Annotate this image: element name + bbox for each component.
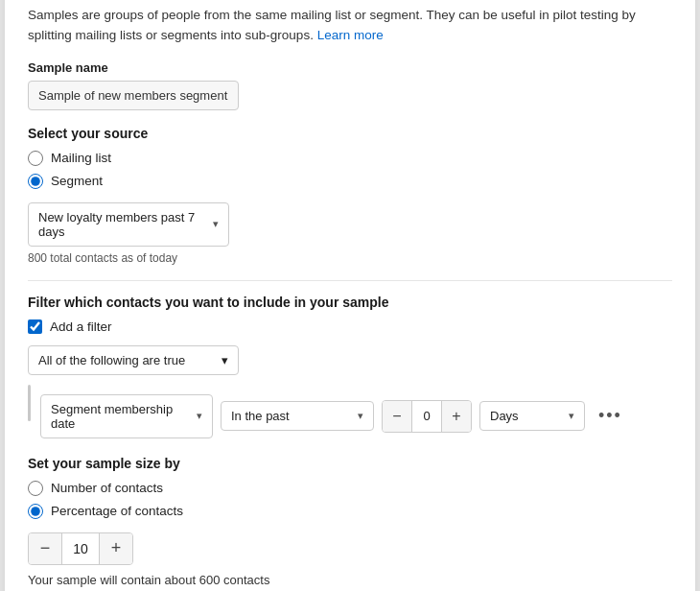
membership-date-chevron-icon: ▾: [197, 410, 202, 422]
all-filter-label: All of the following are true: [38, 353, 185, 367]
mailing-list-radio[interactable]: [28, 151, 43, 166]
modal-body: Samples are groups of people from the sa…: [5, 0, 695, 591]
segment-label: Segment: [51, 174, 103, 188]
mailing-list-option[interactable]: Mailing list: [28, 151, 672, 166]
segment-dropdown-value: New loyalty members past 7 days: [38, 210, 213, 239]
sample-size-title: Set your sample size by: [28, 456, 672, 471]
source-radio-group: Mailing list Segment: [28, 151, 672, 189]
segment-dropdown[interactable]: New loyalty members past 7 days ▾: [28, 202, 229, 247]
modal: Create a sample ✕ Samples are groups of …: [5, 0, 695, 591]
in-the-past-chevron-icon: ▾: [358, 410, 363, 422]
percentage-option[interactable]: Percentage of contacts: [28, 504, 672, 519]
filter-decrement-button[interactable]: −: [383, 401, 411, 432]
number-radio[interactable]: [28, 481, 43, 496]
add-filter-label[interactable]: Add a filter: [28, 319, 672, 334]
modal-overlay: Create a sample ✕ Samples are groups of …: [0, 0, 700, 591]
all-filter-chevron-icon: ▾: [222, 353, 228, 367]
mailing-list-label: Mailing list: [51, 151, 111, 165]
percentage-radio[interactable]: [28, 504, 43, 519]
days-dropdown[interactable]: Days ▾: [479, 401, 585, 431]
segment-radio[interactable]: [28, 174, 43, 189]
filter-number-control: − 0 +: [382, 400, 472, 433]
all-filter-dropdown[interactable]: All of the following are true ▾: [28, 345, 239, 375]
filter-block: Segment membership date ▾ In the past ▾ …: [28, 385, 672, 438]
source-group: Select your source Mailing list Segment …: [28, 126, 672, 265]
sample-name-group: Sample name: [28, 60, 672, 110]
sample-result-text: Your sample will contain about 600 conta…: [28, 573, 672, 587]
sample-size-increment-button[interactable]: +: [100, 533, 132, 564]
filter-increment-button[interactable]: +: [442, 401, 471, 432]
days-chevron-icon: ▾: [569, 410, 574, 422]
filter-row: Segment membership date ▾ In the past ▾ …: [40, 394, 628, 438]
indent-bar: [28, 385, 31, 421]
sample-size-decrement-button[interactable]: −: [29, 533, 61, 564]
in-the-past-label: In the past: [231, 409, 290, 423]
segment-option[interactable]: Segment: [28, 174, 672, 189]
more-options-button[interactable]: •••: [593, 402, 628, 430]
sample-name-label: Sample name: [28, 60, 672, 75]
learn-more-link[interactable]: Learn more: [317, 28, 384, 42]
divider: [28, 280, 672, 281]
days-label: Days: [490, 409, 519, 423]
membership-date-dropdown[interactable]: Segment membership date ▾: [40, 394, 213, 438]
sample-size-number-control: − 10 +: [28, 532, 133, 565]
sample-size-value: 10: [61, 533, 100, 564]
source-section-title: Select your source: [28, 126, 672, 141]
contacts-count: 800 total contacts as of today: [28, 251, 672, 265]
add-filter-checkbox[interactable]: [28, 319, 42, 334]
filter-group: Filter which contacts you want to includ…: [28, 295, 672, 438]
sample-name-input[interactable]: [28, 81, 239, 110]
filter-section-title: Filter which contacts you want to includ…: [28, 295, 672, 310]
sample-size-radio-group: Number of contacts Percentage of contact…: [28, 481, 672, 519]
in-the-past-dropdown[interactable]: In the past ▾: [221, 401, 374, 431]
percentage-label: Percentage of contacts: [51, 504, 183, 518]
number-of-contacts-label: Number of contacts: [51, 481, 163, 495]
more-icon: •••: [598, 406, 622, 425]
add-filter-text: Add a filter: [50, 319, 112, 334]
sample-size-section: Set your sample size by Number of contac…: [28, 456, 672, 587]
membership-date-label: Segment membership date: [51, 402, 189, 431]
description-text: Samples are groups of people from the sa…: [28, 6, 672, 45]
filter-number-value: 0: [411, 401, 442, 432]
segment-chevron-icon: ▾: [213, 218, 219, 230]
number-of-contacts-option[interactable]: Number of contacts: [28, 481, 672, 496]
